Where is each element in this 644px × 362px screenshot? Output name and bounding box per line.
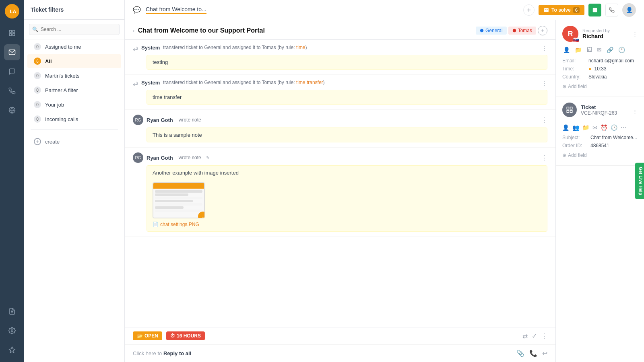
- status-button[interactable]: [588, 4, 601, 16]
- search-icon: 🔍: [32, 27, 38, 32]
- svg-point-14: [480, 29, 483, 32]
- get-live-help-button[interactable]: Get Live Help: [635, 163, 644, 199]
- attachment-preview[interactable]: ↓: [153, 182, 205, 218]
- time-label: Time:: [562, 66, 588, 72]
- svg-rect-4: [9, 34, 11, 36]
- ticket-dots-icon[interactable]: ⋯: [621, 124, 626, 131]
- system-author-1: System: [141, 45, 160, 51]
- message-group-4: RG Ryan Goth wrote note ✎ ⋮ Another exam…: [125, 148, 555, 237]
- add-field-button-2[interactable]: ⊕ Add field: [562, 151, 638, 160]
- image-icon[interactable]: 🖼: [586, 46, 593, 54]
- svg-rect-17: [570, 107, 572, 109]
- to-solve-button[interactable]: To solve 6: [539, 5, 584, 15]
- transfer-action-icon[interactable]: ⇄: [522, 332, 528, 340]
- clock-icon-panel[interactable]: 🕐: [617, 46, 626, 54]
- message-box-4: Another example with image inserted: [147, 165, 547, 232]
- sidebar-divider: [31, 130, 118, 130]
- tab-title[interactable]: Chat from Welcome to...: [146, 6, 206, 14]
- add-button[interactable]: +: [523, 4, 535, 16]
- ticket-alarm-icon[interactable]: ⏰: [601, 124, 607, 131]
- message-box-2: time transfer: [147, 90, 547, 105]
- person-icon[interactable]: 👤: [562, 46, 571, 54]
- nav-phone[interactable]: [4, 83, 20, 99]
- open-icon: 📂: [137, 333, 143, 339]
- time-dot: ●: [588, 66, 591, 72]
- tag-tomas[interactable]: Tomas: [508, 27, 536, 35]
- chat-reply-bar[interactable]: Click here to Reply to all 📎 📞 ↩: [125, 345, 555, 362]
- add-field-label-2: Add field: [568, 152, 587, 158]
- requester-more-icon[interactable]: ⋮: [632, 31, 638, 37]
- nav-plugins[interactable]: [4, 342, 20, 358]
- nav-reports[interactable]: [4, 303, 20, 319]
- logo[interactable]: LA: [5, 4, 19, 19]
- order-value: 4868541: [590, 143, 609, 148]
- more-action-icon[interactable]: ⋮: [541, 332, 547, 340]
- tag-general[interactable]: General: [476, 27, 507, 35]
- message-more-3[interactable]: ⋮: [541, 116, 547, 124]
- ticket-email-icon[interactable]: ✉: [592, 124, 597, 131]
- add-field-button-1[interactable]: ⊕ Add field: [562, 82, 638, 91]
- ticket-group-icon[interactable]: 👥: [572, 124, 579, 131]
- nav-chat[interactable]: [4, 64, 20, 80]
- nav-analytics[interactable]: [4, 102, 20, 118]
- link-icon[interactable]: 🔗: [606, 46, 614, 54]
- phone-button[interactable]: [605, 4, 618, 16]
- your-job-count: 0: [34, 101, 41, 108]
- attach-icon[interactable]: 📎: [516, 350, 524, 357]
- download-icon[interactable]: ↓: [198, 212, 205, 218]
- sidebar-item-partner-a[interactable]: 0 Partner A filter: [27, 83, 121, 97]
- time-label: 16 HOURS: [177, 333, 201, 339]
- requester-header: R 🇸🇰 Requested by Richard ⋮: [562, 26, 638, 42]
- martins-tickets-count: 0: [34, 72, 41, 79]
- sidebar-item-assigned-to-me-label: Assigned to me: [45, 44, 81, 50]
- search-input[interactable]: [29, 24, 120, 35]
- system-action-1: transfered ticket to General and assigne…: [163, 45, 307, 50]
- svg-rect-3: [13, 30, 15, 32]
- email-icon[interactable]: ✉: [596, 46, 603, 54]
- badge-open[interactable]: 📂 OPEN: [133, 331, 162, 340]
- message-more-2[interactable]: ⋮: [541, 80, 547, 87]
- add-field-icon-2: ⊕: [562, 152, 566, 158]
- sidebar-item-your-job[interactable]: 0 Your job: [27, 98, 121, 111]
- add-field-label-1: Add field: [568, 84, 587, 89]
- ticket-more-icon[interactable]: ⋮: [632, 109, 638, 115]
- phone-reply-icon[interactable]: 📞: [529, 350, 537, 357]
- chat-status-bar: 📂 OPEN ⏱ 16 HOURS ⇄ ✓ ⋮: [125, 327, 555, 345]
- nav-settings[interactable]: [4, 323, 20, 339]
- reply-bold-text: Reply to all: [163, 350, 191, 356]
- sidebar-item-all[interactable]: 6 All: [27, 54, 121, 68]
- nav-email[interactable]: [4, 44, 20, 60]
- message-more-1[interactable]: ⋮: [541, 45, 547, 52]
- badge-time[interactable]: ⏱ 16 HOURS: [166, 331, 205, 340]
- forward-icon[interactable]: ↩: [542, 350, 547, 357]
- message-more-4[interactable]: ⋮: [541, 154, 547, 162]
- ticket-clock-icon[interactable]: 🕐: [611, 124, 617, 131]
- ticket-person-icon[interactable]: 👤: [562, 124, 569, 131]
- ticket-action-icons: 👤 👥 📁 ✉ ⏰ 🕐 ⋯: [562, 124, 638, 131]
- resolve-action-icon[interactable]: ✓: [532, 332, 537, 340]
- svg-point-11: [11, 330, 13, 332]
- author-avatar-2: RG: [133, 152, 143, 163]
- sidebar-create-filter[interactable]: + create: [27, 135, 121, 148]
- transfer-icon-2: ⇄: [133, 80, 138, 87]
- reply-prompt[interactable]: Click here to Reply to all: [133, 350, 512, 356]
- main-area: 💬 Chat from Welcome to... + To solve 6 👤: [125, 0, 644, 362]
- user-avatar[interactable]: 👤: [622, 3, 636, 17]
- order-label: Order ID:: [562, 143, 590, 148]
- ticket-section: Ticket VCE-NIRQF-263 ⋮ 👤 👥 📁 ✉ ⏰ 🕐 ⋯: [556, 97, 644, 166]
- sidebar-item-martins-tickets[interactable]: 0 Martin's tickets: [27, 69, 121, 82]
- clock-icon: ⏱: [170, 333, 175, 339]
- sidebar-item-incoming-calls[interactable]: 0 Incoming calls: [27, 112, 121, 126]
- nav-dashboard[interactable]: [4, 25, 20, 41]
- sidebar-item-your-job-label: Your job: [45, 102, 64, 108]
- back-button[interactable]: ‹: [133, 27, 135, 34]
- add-tag-button[interactable]: +: [538, 26, 547, 35]
- transfer-icon-1: ⇄: [133, 45, 138, 52]
- requester-info: R 🇸🇰 Requested by Richard: [562, 26, 610, 42]
- ticket-folder-icon[interactable]: 📁: [582, 124, 589, 131]
- folder-icon[interactable]: 📁: [574, 46, 582, 54]
- create-icon: +: [34, 138, 41, 145]
- add-field-icon-1: ⊕: [562, 84, 566, 89]
- to-solve-count: 6: [573, 7, 580, 13]
- sidebar-item-assigned-to-me[interactable]: 0 Assigned to me: [27, 40, 121, 53]
